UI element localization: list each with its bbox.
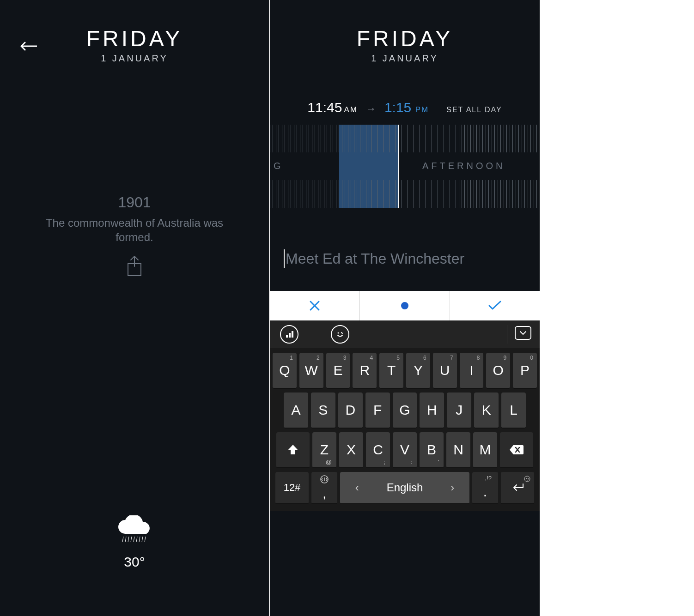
svg-point-14	[338, 332, 339, 334]
svg-line-2	[125, 537, 126, 542]
event-title-input[interactable]: Meet Ed at The Winchester	[284, 249, 526, 268]
timeline-label-right: AFTERNOON	[422, 161, 505, 171]
key-E[interactable]: 3E	[326, 353, 350, 389]
key-X[interactable]: X	[339, 432, 363, 468]
temperature-label: 30°	[0, 554, 269, 570]
rain-cloud-icon	[111, 515, 158, 552]
key-M[interactable]: M	[473, 432, 497, 468]
key-I[interactable]: 8I	[460, 353, 484, 389]
key-N[interactable]: N	[446, 432, 470, 468]
key-F[interactable]: F	[365, 393, 390, 429]
time-row: 11:45AM → 1:15 PM SET ALL DAY	[270, 100, 540, 115]
svg-point-17	[526, 478, 527, 479]
key-Z[interactable]: Z@	[312, 432, 336, 468]
key-K[interactable]: K	[474, 393, 499, 429]
key-B[interactable]: B'	[420, 432, 444, 468]
svg-rect-11	[286, 335, 288, 338]
key-O[interactable]: 9O	[486, 353, 510, 389]
svg-point-16	[524, 476, 530, 482]
key-Q[interactable]: 1Q	[273, 353, 297, 389]
svg-line-6	[136, 537, 137, 542]
keyboard-toolbar	[270, 320, 540, 348]
left-header: FRIDAY 1 JANUARY	[0, 0, 269, 64]
enter-key[interactable]	[501, 472, 534, 504]
svg-point-18	[528, 478, 529, 479]
key-H[interactable]: H	[420, 393, 444, 429]
day-label: FRIDAY	[270, 26, 540, 51]
key-D[interactable]: D	[338, 393, 363, 429]
key-C[interactable]: C;	[366, 432, 390, 468]
keyboard: 1Q2W3E4R5T6Y7U8I9O0P ASDFGHJKL Z@XC;V:B'…	[270, 320, 540, 511]
timeline-label-left: G	[274, 161, 284, 171]
key-P[interactable]: 0P	[513, 353, 537, 389]
svg-line-3	[128, 537, 129, 542]
backspace-key[interactable]	[500, 432, 533, 468]
key-L[interactable]: L	[501, 393, 526, 429]
key-G[interactable]: G	[393, 393, 417, 429]
space-key[interactable]: ‹English›	[340, 472, 469, 504]
share-button[interactable]	[125, 255, 144, 278]
set-all-day-button[interactable]: SET ALL DAY	[446, 106, 502, 114]
keyboard-settings-icon[interactable]	[280, 325, 298, 344]
right-header: FRIDAY 1 JANUARY	[270, 0, 540, 64]
action-bar	[270, 291, 540, 320]
date-label: 1 JANUARY	[0, 53, 269, 64]
keyboard-collapse-button[interactable]	[515, 326, 531, 340]
timeline[interactable]: G AFTERNOON	[270, 125, 540, 208]
fact-year: 1901	[0, 194, 269, 211]
arrow-right-icon: →	[366, 103, 376, 115]
left-pane: FRIDAY 1 JANUARY 1901 The commonwealth o…	[0, 0, 269, 616]
right-pane: FRIDAY 1 JANUARY 11:45AM → 1:15 PM SET A…	[270, 0, 540, 616]
start-time[interactable]: 11:45AM	[307, 100, 358, 115]
symbols-key[interactable]: 12#	[275, 472, 309, 504]
svg-line-4	[131, 537, 132, 542]
text-cursor	[284, 249, 285, 268]
weather-widget: 30°	[0, 515, 269, 570]
period-key[interactable]: ,!?.	[472, 472, 498, 504]
event-placeholder: Meet Ed at The Winchester	[286, 250, 464, 267]
svg-point-10	[401, 302, 408, 309]
color-dot-button[interactable]	[359, 291, 450, 320]
svg-line-8	[142, 537, 143, 542]
key-V[interactable]: V:	[393, 432, 417, 468]
emoji-icon[interactable]	[331, 325, 349, 344]
day-label: FRIDAY	[0, 26, 269, 51]
key-A[interactable]: A	[284, 393, 308, 429]
history-fact: 1901 The commonwealth of Australia was f…	[0, 194, 269, 278]
fact-text: The commonwealth of Australia was formed…	[0, 216, 269, 244]
key-R[interactable]: 4R	[353, 353, 377, 389]
svg-rect-12	[289, 333, 291, 338]
key-U[interactable]: 7U	[433, 353, 457, 389]
cancel-button[interactable]	[270, 291, 359, 320]
confirm-button[interactable]	[450, 291, 540, 320]
key-J[interactable]: J	[447, 393, 471, 429]
whitespace	[540, 0, 694, 616]
key-Y[interactable]: 6Y	[406, 353, 430, 389]
shift-key[interactable]	[276, 432, 310, 468]
key-S[interactable]: S	[311, 393, 335, 429]
key-T[interactable]: 5T	[379, 353, 403, 389]
svg-line-1	[122, 537, 123, 542]
svg-line-5	[134, 537, 134, 542]
svg-line-9	[145, 537, 146, 542]
key-W[interactable]: 2W	[299, 353, 323, 389]
back-arrow-button[interactable]	[18, 41, 37, 52]
comma-key[interactable]: ,	[311, 472, 337, 504]
svg-rect-13	[292, 331, 293, 338]
svg-line-7	[139, 537, 140, 542]
end-time[interactable]: 1:15 PM	[384, 100, 429, 115]
date-label: 1 JANUARY	[270, 53, 540, 64]
